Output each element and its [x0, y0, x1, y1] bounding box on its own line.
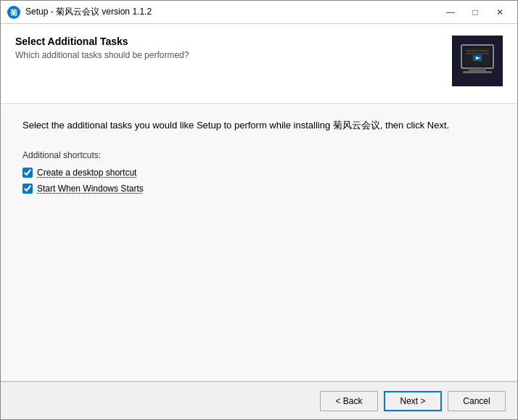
svg-text:菊: 菊: [10, 9, 18, 17]
svg-rect-8: [463, 71, 492, 73]
body-description: Select the additional tasks you would li…: [22, 118, 496, 133]
back-button[interactable]: < Back: [320, 391, 378, 411]
header-title: Select Additional Tasks: [15, 36, 445, 47]
checkbox-startup-row: Start When Windows Starts: [22, 184, 496, 194]
desktop-shortcut-label[interactable]: Create a desktop shortcut: [37, 168, 136, 178]
start-on-windows-starts-label[interactable]: Start When Windows Starts: [37, 184, 144, 194]
start-on-windows-starts-checkbox[interactable]: [22, 184, 33, 194]
body-section: Select the additional tasks you would li…: [1, 104, 517, 381]
setup-window: 菊 Setup - 菊风云会议 version 1.1.2 — □ ✕ Sele…: [0, 0, 518, 420]
window-title: Setup - 菊风云会议 version 1.1.2: [25, 6, 439, 18]
maximize-button[interactable]: □: [464, 2, 487, 22]
cancel-button[interactable]: Cancel: [448, 391, 506, 411]
footer: < Back Next > Cancel: [1, 382, 517, 419]
header-section: Select Additional Tasks Which additional…: [1, 24, 517, 104]
desktop-shortcut-checkbox[interactable]: [22, 168, 33, 178]
header-text: Select Additional Tasks Which additional…: [15, 36, 445, 60]
title-bar-controls: — □ ✕: [439, 2, 511, 22]
minimize-button[interactable]: —: [439, 2, 462, 22]
checkbox-desktop-shortcut-row: Create a desktop shortcut: [22, 168, 496, 178]
close-button[interactable]: ✕: [488, 2, 511, 22]
content-area: Select Additional Tasks Which additional…: [1, 24, 517, 382]
svg-rect-7: [469, 68, 486, 71]
next-button[interactable]: Next >: [384, 391, 442, 411]
title-bar: 菊 Setup - 菊风云会议 version 1.1.2 — □ ✕: [1, 1, 517, 24]
app-icon: 菊: [7, 5, 21, 20]
section-label: Additional shortcuts:: [22, 150, 496, 160]
header-subtitle: Which additional tasks should be perform…: [15, 50, 445, 60]
header-icon: [452, 36, 503, 86]
